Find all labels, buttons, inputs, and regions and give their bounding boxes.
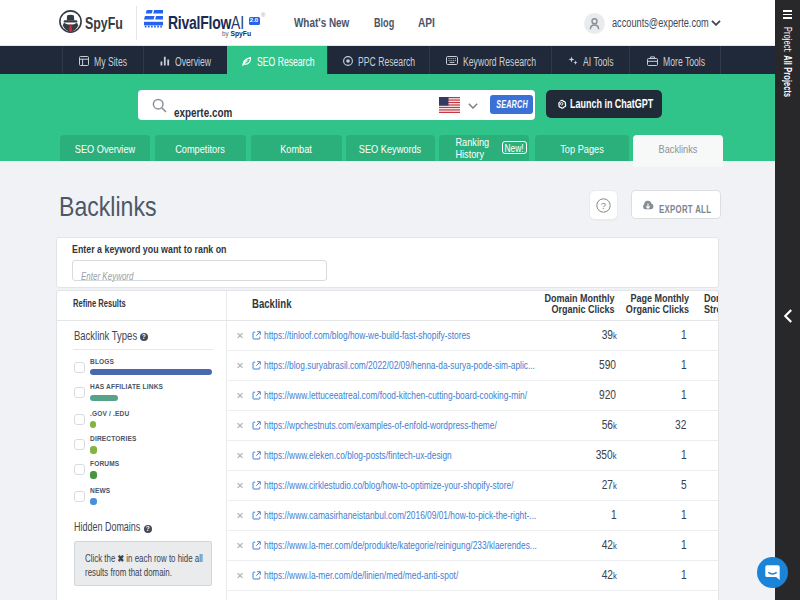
svg-text:?: ? [601, 200, 606, 211]
